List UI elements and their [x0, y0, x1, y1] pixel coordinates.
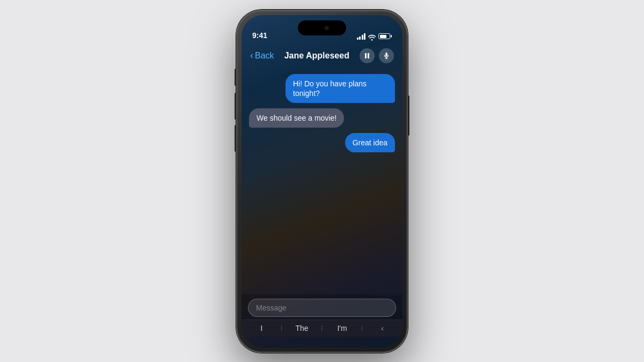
input-bar: Message — [241, 294, 402, 322]
power-button[interactable] — [408, 95, 409, 136]
nav-actions — [360, 48, 394, 63]
message-text-1: Hi! Do you have plans tonight? — [293, 79, 367, 98]
keyboard-suggestions: I The I'm ‹ — [241, 320, 402, 337]
pause-button[interactable] — [360, 48, 375, 63]
message-placeholder: Message — [256, 304, 287, 312]
mic-button[interactable] — [379, 48, 394, 63]
suggestion-2[interactable]: The — [282, 324, 322, 333]
signal-icon — [357, 33, 366, 40]
svg-rect-0 — [365, 53, 367, 58]
contact-name: Jane Appleseed — [274, 51, 360, 61]
phone-screen: 9:41 — [241, 15, 402, 348]
back-button[interactable]: ‹ Back — [250, 50, 274, 61]
message-input[interactable]: Message — [248, 299, 396, 317]
message-text-3: Great idea — [353, 138, 387, 147]
message-bubble-sent-1: Hi! Do you have plans tonight? — [286, 74, 395, 103]
message-bubble-sent-2: Great idea — [345, 133, 395, 152]
nav-bar: ‹ Back Jane Appleseed — [241, 43, 402, 69]
dynamic-island — [298, 20, 346, 35]
messages-area: Hi! Do you have plans tonight? We should… — [241, 69, 402, 278]
wifi-icon — [368, 33, 376, 39]
keyboard-expand-icon[interactable]: ‹ — [362, 324, 402, 333]
svg-rect-1 — [368, 53, 369, 58]
message-text-2: We should see a movie! — [257, 114, 336, 122]
back-chevron-icon: ‹ — [250, 50, 253, 61]
suggestion-1[interactable]: I — [241, 324, 282, 333]
phone-mockup: 9:41 — [236, 10, 408, 353]
message-bubble-received-1: We should see a movie! — [249, 108, 344, 128]
status-icons — [357, 33, 392, 40]
back-label: Back — [255, 51, 274, 61]
phone-body: 9:41 — [236, 10, 408, 353]
front-camera — [324, 25, 330, 31]
battery-icon — [378, 33, 392, 39]
suggestion-3[interactable]: I'm — [322, 324, 362, 333]
